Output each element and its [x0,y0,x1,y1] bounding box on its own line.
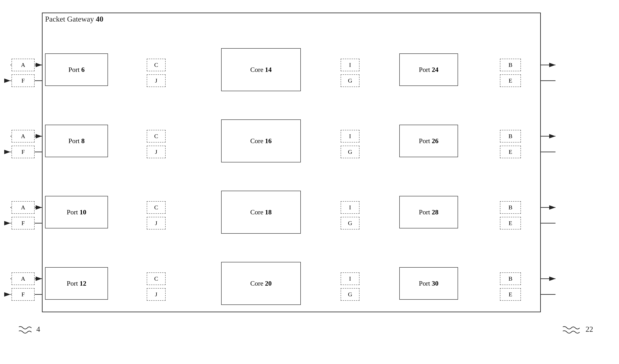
connector-a-0: A [12,59,35,71]
label-left: 4 [17,325,40,339]
port-26: Port 26 [399,125,458,157]
port-12: Port 12 [45,267,108,300]
connector-e-2: E [500,217,521,229]
connector-j-3: J [147,288,166,301]
connector-g-3: G [341,288,360,301]
port-24: Port 24 [399,54,458,86]
port-6: Port 6 [45,54,108,86]
core-20: Core 20 [221,262,301,305]
connector-c-0: C [147,59,166,71]
connector-a-3: A [12,272,35,285]
connector-b-3: B [500,272,521,285]
core-16: Core 16 [221,119,301,162]
connector-a-1: A [12,130,35,142]
connector-e-0: E [500,74,521,87]
connector-j-2: J [147,217,166,229]
connector-g-0: G [341,74,360,87]
connector-f-1: F [12,146,35,158]
connector-b-2: B [500,201,521,214]
connector-e-1: E [500,146,521,158]
connector-i-1: I [341,130,360,142]
label-right: 22 [562,325,593,339]
connector-g-2: G [341,217,360,229]
connector-b-0: B [500,59,521,71]
core-18: Core 18 [221,191,301,234]
connector-i-2: I [341,201,360,214]
connector-a-2: A [12,201,35,214]
connector-e-3: E [500,288,521,301]
core-14: Core 14 [221,48,301,91]
connector-f-2: F [12,217,35,229]
port-28: Port 28 [399,196,458,228]
gateway-title: Packet Gateway 40 [45,15,103,24]
port-8: Port 8 [45,125,108,157]
connector-i-3: I [341,272,360,285]
connector-c-3: C [147,272,166,285]
connector-j-1: J [147,146,166,158]
connector-j-0: J [147,74,166,87]
port-10: Port 10 [45,196,108,228]
connector-f-3: F [12,288,35,301]
connector-c-2: C [147,201,166,214]
connector-f-0: F [12,74,35,87]
connector-b-1: B [500,130,521,142]
connector-g-1: G [341,146,360,158]
connector-c-1: C [147,130,166,142]
port-30: Port 30 [399,267,458,300]
connector-i-0: I [341,59,360,71]
